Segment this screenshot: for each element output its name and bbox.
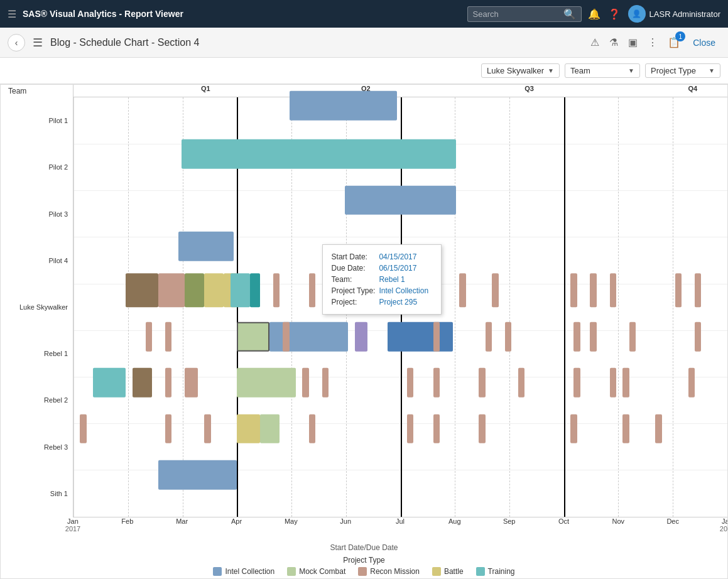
bar-rebel2-training1[interactable] [93,368,126,398]
x-month-jan2017: Jan2017 [65,517,80,533]
bar-rebel1-purple[interactable] [355,322,368,351]
panel-icon[interactable]: ▣ [626,34,640,51]
bar-rebel1-recon2[interactable] [165,322,171,351]
bar-pilot2-training[interactable] [182,139,456,169]
bar-rebel2-mock[interactable] [237,368,296,398]
bar-luke-recon3[interactable] [309,274,315,307]
bar-rebel2-recon1[interactable] [165,368,171,398]
bar-rebel1-recon8[interactable] [590,322,596,351]
bar-rebel2-recon8[interactable] [518,368,524,398]
bar-rebel1-recon10[interactable] [695,322,701,351]
more-icon[interactable]: ⋮ [645,34,660,51]
back-button[interactable]: ‹ [8,34,25,51]
legend-label-battle: Battle [444,567,464,576]
avatar: 👤 [628,5,646,23]
bar-luke-recon11[interactable] [695,274,701,307]
tooltip-value-project: Project 295 [379,296,432,308]
bar-rebel1-intel[interactable] [269,322,348,351]
q3-label: Q3 [524,85,534,92]
bar-sith1-intel[interactable] [158,460,237,490]
toolbar-actions: ⚠ ⚗ ▣ ⋮ 📋 1 Close [588,34,720,51]
bar-pilot1-intel[interactable] [290,91,398,121]
bar-rebel1-recon9[interactable] [629,322,636,351]
tooltip-label-projecttype: Project Type: [332,285,379,296]
x-month-aug: Aug [448,517,461,525]
vline-nov [618,97,619,517]
bar-pilot3-intel[interactable] [345,185,456,215]
bar-luke-olive1[interactable] [185,274,204,307]
bar-rebel1-recon5[interactable] [486,322,492,351]
help-icon[interactable]: ❓ [608,8,621,20]
bar-rebel2-recon2[interactable] [185,368,198,398]
filter-team[interactable]: Team ▼ [565,63,640,78]
bar-rebel1-recon1[interactable] [146,322,152,351]
bar-luke-recon5[interactable] [459,274,465,307]
bar-rebel3-battle[interactable] [237,414,259,443]
search-input[interactable] [473,9,561,19]
filter-icon[interactable]: ⚗ [607,34,621,51]
bar-rebel2-recon9[interactable] [573,368,580,398]
row-label-pilot4: Pilot 4 [1,237,73,284]
bar-luke-recon6[interactable] [492,274,498,307]
bar-rebel3-recon9[interactable] [622,414,629,443]
bar-rebel3-recon3[interactable] [204,414,210,443]
bar-rebel3-recon1[interactable] [80,414,86,443]
bar-luke-recon9[interactable] [610,274,616,307]
x-month-feb: Feb [121,517,133,525]
menu-icon[interactable]: ☰ [33,36,43,50]
bar-rebel2-recon7[interactable] [479,368,485,398]
bar-luke-recon8[interactable] [590,274,596,307]
bar-rebel3-recon6[interactable] [433,414,440,443]
bar-rebel3-recon4[interactable] [309,414,315,443]
bar-rebel1-recon3[interactable] [283,322,289,351]
bar-luke-recon4[interactable] [407,274,413,307]
bar-luke-recon1[interactable] [158,274,185,307]
bar-rebel2-recon4[interactable] [322,368,329,398]
bar-rebel2-recon11[interactable] [622,368,629,398]
bar-luke-training1[interactable] [231,274,250,307]
bar-rebel2-recon6[interactable] [433,368,440,398]
filter-type-arrow: ▼ [709,67,715,74]
legend-item-intel: Intel Collection [213,567,274,576]
bar-rebel2-recon3[interactable] [302,368,308,398]
search-box[interactable]: 🔍 [467,6,582,22]
tooltip-label-duedate: Due Date: [332,262,379,274]
bar-luke-battle1[interactable] [204,274,224,307]
x-axis-label: Start Date/Due Date [1,542,727,553]
bar-luke-recon2[interactable] [273,274,280,307]
filter-person[interactable]: Luke Skywalker ▼ [481,63,560,78]
bar-rebel2-recon5[interactable] [407,368,413,398]
bar-rebel3-recon2[interactable] [165,414,171,443]
bar-rebel1-blue[interactable] [388,322,453,351]
legend-dot-mock [287,567,296,576]
bar-rebel3-recon8[interactable] [570,414,577,443]
bar-rebel3-mock[interactable] [260,414,280,443]
row-label-rebel1: Rebel 1 [1,330,73,377]
bar-luke-teal1[interactable] [250,274,260,307]
bar-luke-recon10[interactable] [675,274,682,307]
filter-type[interactable]: Project Type ▼ [645,63,720,78]
bar-rebel2-brown[interactable] [133,368,152,398]
bell-icon[interactable]: 🔔 [588,8,600,20]
bar-rebel1-recon7[interactable] [573,322,580,351]
user-menu[interactable]: 👤 LASR Administrator [628,5,720,23]
bar-rebel3-recon5[interactable] [407,414,413,443]
bar-pilot4-intel[interactable] [178,232,234,261]
bar-rebel1-mock-outline[interactable] [237,322,269,351]
hamburger-icon[interactable]: ☰ [8,8,16,20]
bar-luke-recon7[interactable] [570,274,577,307]
filter-team-value: Team [570,66,590,75]
filter-bar: Luke Skywalker ▼ Team ▼ Project Type ▼ [0,58,728,84]
gantt-body: Q1 Q2 Q3 Q4 [73,85,727,517]
bar-rebel2-recon12[interactable] [688,368,695,398]
bar-rebel3-recon7[interactable] [479,414,485,443]
close-button[interactable]: Close [688,35,720,50]
bar-rebel1-recon4[interactable] [433,322,440,351]
alert-icon[interactable]: ⚠ [588,34,602,51]
legend-label-intel: Intel Collection [225,567,274,576]
row-label-pilot3: Pilot 3 [1,190,73,237]
bar-luke-brown1[interactable] [126,274,158,307]
bar-rebel1-recon6[interactable] [505,322,511,351]
bar-rebel3-recon10[interactable] [655,414,661,443]
bar-rebel2-recon10[interactable] [610,368,616,398]
